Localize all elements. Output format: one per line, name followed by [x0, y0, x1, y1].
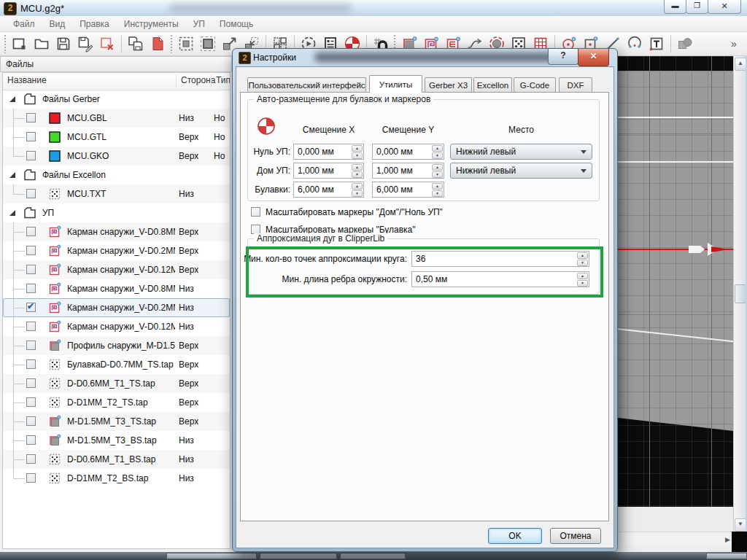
- vertical-scrollbar[interactable]: ▲ ▼: [733, 56, 746, 532]
- close-file-icon[interactable]: [97, 34, 117, 54]
- maximize-button[interactable]: ❐: [686, 0, 708, 14]
- help-button[interactable]: ?: [548, 49, 578, 65]
- cancel-button[interactable]: Отмена: [550, 528, 601, 544]
- tab-0[interactable]: Пользовательский интерфейс: [247, 77, 366, 93]
- expander-icon[interactable]: [9, 96, 15, 102]
- tree-row[interactable]: Карман снаружи_V-D0.12M...Низ: [3, 317, 230, 336]
- spin-up-icon[interactable]: ▲: [432, 145, 443, 152]
- tab-4[interactable]: G-Code: [514, 77, 556, 93]
- scroll-down-icon[interactable]: ▼: [735, 518, 746, 532]
- export-doc-icon[interactable]: [147, 34, 168, 54]
- tree-row[interactable]: MCU.TXTНиз: [3, 184, 230, 203]
- tab-5[interactable]: DXF: [559, 77, 592, 93]
- arc-tool-icon[interactable]: [624, 34, 645, 54]
- tree-row[interactable]: Карман снаружи_V-D0.12M...Верх: [3, 260, 230, 279]
- column-type[interactable]: Тип: [216, 75, 231, 85]
- toolbar-grip[interactable]: [170, 34, 174, 53]
- spin-up-icon[interactable]: ▲: [352, 183, 363, 190]
- tab-1[interactable]: Утилиты: [369, 75, 422, 93]
- expander-icon[interactable]: [9, 172, 15, 178]
- file-checkbox[interactable]: [26, 151, 36, 160]
- spin-down-icon[interactable]: ▼: [352, 190, 363, 197]
- tree-row[interactable]: Карман снаружи_V-D0.8MM...Низ: [3, 279, 230, 298]
- tree-row[interactable]: M-D1.5MM_T3_BS.tapНиз: [3, 431, 230, 450]
- menu-item-1[interactable]: Вид: [42, 19, 73, 29]
- tree-row[interactable]: D-D0.6MM_T1_BS.tapНиз: [3, 450, 230, 469]
- tree-row[interactable]: Файлы Excellon: [3, 166, 230, 184]
- tree-row[interactable]: MCU.GTLВерхНо: [3, 128, 230, 147]
- file-checkbox[interactable]: [26, 322, 36, 331]
- dialog-close-button[interactable]: ✕: [578, 49, 609, 66]
- tab-3[interactable]: Excellon: [473, 77, 512, 93]
- new-file-icon[interactable]: [9, 34, 30, 54]
- close-button[interactable]: ✕: [708, 0, 741, 14]
- offset-y-input[interactable]: 0,000 мм▲▼: [372, 144, 444, 160]
- offset-y-input[interactable]: 1,000 мм▲▼: [372, 163, 444, 179]
- tree-row[interactable]: Карман снаружи_V-D0.2MM...Верх: [3, 241, 230, 260]
- approx-value-input[interactable]: 36▲▼: [411, 251, 589, 267]
- file-checkbox[interactable]: [26, 341, 36, 350]
- file-checkbox[interactable]: [26, 246, 36, 255]
- pcb-canvas[interactable]: +10+10.05+10.: [611, 56, 733, 507]
- spin-up-icon[interactable]: ▲: [352, 164, 363, 171]
- zoom-selection-icon[interactable]: [198, 34, 218, 54]
- menu-item-2[interactable]: Правка: [72, 19, 117, 29]
- scroll-up-icon[interactable]: ▲: [735, 58, 746, 71]
- text-tool-icon[interactable]: [646, 34, 667, 54]
- file-checkbox[interactable]: [26, 113, 36, 122]
- scale-home-markers-checkbox[interactable]: [251, 207, 260, 217]
- tree-row[interactable]: MCU.GBLНизНо: [3, 109, 230, 128]
- approx-value-input[interactable]: 0,50 мм▲▼: [411, 271, 589, 287]
- tree-row[interactable]: M-D1.5MM_T3_TS.tapВерх: [3, 412, 230, 431]
- vertical-scroll-thumb[interactable]: [735, 284, 746, 303]
- menu-item-5[interactable]: Помощь: [212, 19, 260, 29]
- spin-up-icon[interactable]: ▲: [432, 183, 443, 190]
- offset-x-input[interactable]: 6,000 мм▲▼: [293, 182, 364, 198]
- shapes-icon[interactable]: [675, 34, 695, 54]
- spin-down-icon[interactable]: ▼: [432, 171, 443, 178]
- tree-row[interactable]: Профиль снаружи_M-D1.5...Верх: [3, 336, 230, 355]
- menu-item-0[interactable]: Файл: [6, 19, 42, 29]
- minimize-button[interactable]: ▬: [664, 0, 686, 14]
- save-all-icon[interactable]: [125, 34, 146, 54]
- file-checkbox[interactable]: [26, 227, 36, 236]
- file-checkbox[interactable]: [26, 378, 36, 388]
- open-file-icon[interactable]: [31, 34, 52, 54]
- file-checkbox[interactable]: [26, 473, 36, 483]
- ok-button[interactable]: OK: [488, 528, 542, 544]
- tab-2[interactable]: Gerber X3: [425, 77, 472, 93]
- place-combobox[interactable]: Нижний левый: [450, 144, 592, 160]
- file-checkbox[interactable]: [26, 397, 36, 407]
- tree-row[interactable]: БулавкаD-D0.7MM_TS.tapВерх: [3, 355, 230, 374]
- file-checkbox[interactable]: ✔: [26, 303, 36, 312]
- offset-y-input[interactable]: 6,000 мм▲▼: [372, 182, 444, 198]
- tree-row[interactable]: D-D1MM_T2_TS.tapВерх: [3, 393, 230, 412]
- scroll-right-icon[interactable]: ▶: [725, 536, 730, 543]
- file-checkbox[interactable]: [26, 416, 36, 426]
- spin-down-icon[interactable]: ▼: [432, 152, 443, 159]
- spin-down-icon[interactable]: ▼: [352, 152, 363, 159]
- file-checkbox[interactable]: [26, 132, 36, 141]
- tree-row[interactable]: УП: [3, 203, 230, 222]
- file-checkbox[interactable]: [26, 454, 36, 464]
- spin-up-icon[interactable]: ▲: [577, 252, 588, 259]
- zoom-extents-icon[interactable]: [176, 34, 196, 54]
- spin-up-icon[interactable]: ▲: [432, 164, 443, 171]
- spin-down-icon[interactable]: ▼: [577, 280, 588, 287]
- save-file-icon[interactable]: [53, 34, 74, 54]
- tree-row[interactable]: D-D0.6MM_T1_TS.tapВерх: [3, 374, 230, 393]
- menu-item-3[interactable]: Инструменты: [117, 19, 186, 29]
- file-checkbox[interactable]: [26, 435, 36, 445]
- horizontal-scrollbar[interactable]: ▶: [611, 532, 733, 546]
- overflow-icon[interactable]: »: [726, 34, 746, 54]
- spin-up-icon[interactable]: ▲: [577, 273, 588, 279]
- tree-row[interactable]: Карман снаружи_V-D0.8MM...Верх: [3, 222, 230, 241]
- menu-item-4[interactable]: УП: [186, 19, 212, 29]
- files-table-header[interactable]: Название Сторона Тип: [3, 73, 230, 90]
- file-checkbox[interactable]: [26, 284, 36, 293]
- tree-row[interactable]: MCU.GKOВерхНо: [3, 147, 230, 166]
- spin-down-icon[interactable]: ▼: [577, 260, 588, 266]
- expander-icon[interactable]: [9, 210, 15, 216]
- tree-row[interactable]: D-D1MM_T2_BS.tapНиз: [3, 469, 230, 488]
- file-checkbox[interactable]: [26, 359, 36, 369]
